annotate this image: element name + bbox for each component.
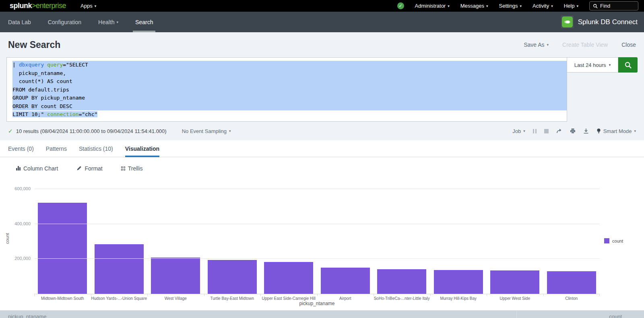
apps-menu-label: Apps: [80, 3, 93, 9]
appbar-item-search[interactable]: Search: [135, 12, 153, 32]
bar-cell: [374, 189, 430, 294]
job-controls: Job ▾ Smart Mode ▾: [512, 128, 636, 134]
run-search-button[interactable]: [618, 57, 638, 73]
page-title: New Search: [8, 39, 60, 50]
statistics-table-header: pickup_ntaname count: [0, 310, 644, 318]
print-button[interactable]: [570, 128, 576, 134]
topbar-right: ✓ Administrator▾Messages▾Settings▾Activi…: [397, 1, 638, 10]
chevron-down-icon: ▾: [551, 4, 553, 8]
create-table-view-button[interactable]: Create Table View: [562, 42, 608, 48]
search-icon: [593, 4, 598, 8]
search-mode-selector[interactable]: Smart Mode ▾: [597, 128, 636, 134]
topbar-menu-help[interactable]: Help▾: [564, 3, 578, 9]
chart-bar-upper-east-side-carnegie-hill[interactable]: [264, 262, 313, 294]
bar-cell: [204, 189, 261, 294]
save-as-button[interactable]: Save As▾: [524, 42, 549, 48]
x-axis-label: Midtown-Midtown South: [34, 294, 91, 301]
health-status-check-icon[interactable]: ✓: [397, 2, 404, 9]
bar-cell: [543, 189, 600, 294]
chevron-down-icon: ▾: [576, 4, 578, 8]
share-button[interactable]: [556, 128, 562, 134]
chevron-down-icon: ▾: [634, 129, 636, 133]
find-search-box[interactable]: [589, 1, 638, 10]
x-axis-label: Clinton: [543, 294, 600, 301]
legend-label: count: [612, 239, 623, 243]
chart-bar-upper-west-side[interactable]: [490, 270, 539, 294]
result-tabs: Events (0)PatternsStatistics (10)Visuali…: [0, 140, 644, 157]
x-axis-labels: Midtown-Midtown SouthHudson Yards-...-Un…: [34, 294, 600, 301]
topbar-menu-messages[interactable]: Messages▾: [460, 3, 488, 9]
job-menu[interactable]: Job ▾: [512, 128, 525, 134]
results-summary: 10 results (08/04/2024 11:00:00.000 to 0…: [16, 128, 167, 134]
chevron-down-icon: ▾: [547, 43, 549, 47]
topbar-menu-administrator[interactable]: Administrator▾: [415, 3, 450, 9]
chart-legend[interactable]: count: [604, 238, 623, 243]
topbar-menu-activity[interactable]: Activity▾: [533, 3, 553, 9]
job-menu-label: Job: [512, 128, 521, 134]
gridline: [34, 189, 600, 189]
chart-bar-airport[interactable]: [321, 268, 370, 294]
x-axis-label: Murray Hill-Kips Bay: [430, 294, 487, 301]
page-header: New Search Save As▾ Create Table View Cl…: [0, 32, 644, 57]
export-button[interactable]: [583, 128, 589, 134]
chevron-down-icon: ▾: [520, 4, 522, 8]
find-input[interactable]: [600, 3, 633, 9]
lightbulb-icon: [597, 128, 601, 134]
y-tick-label: 600,000: [14, 186, 31, 191]
topbar-menu-settings[interactable]: Settings▾: [499, 3, 522, 9]
tab-events-0[interactable]: Events (0): [8, 145, 34, 157]
search-query-input[interactable]: | dbxquery query="SELECT pickup_ntaname,…: [6, 57, 567, 122]
tab-visualization[interactable]: Visualization: [125, 145, 159, 157]
table-column-header[interactable]: count: [516, 310, 644, 318]
tab-statistics-10[interactable]: Statistics (10): [79, 145, 113, 157]
chart-bar-soho-tribeca-nter-little-italy[interactable]: [377, 269, 426, 294]
bar-cell: [91, 189, 148, 294]
chart-bar-hudson-yards-union-square[interactable]: [95, 244, 144, 294]
splunk-logo[interactable]: splunk>enterprise: [10, 2, 66, 10]
chevron-down-icon: ▾: [609, 63, 611, 67]
event-sampling-label: No Event Sampling: [182, 128, 227, 134]
chart-type-picker[interactable]: Column Chart: [16, 165, 58, 172]
x-axis-label: Upper East Side-Carnegie Hill: [260, 294, 317, 301]
chart-bar-clinton[interactable]: [547, 271, 596, 294]
chart-bar-midtown-midtown-south[interactable]: [38, 203, 87, 294]
bar-cell: [34, 189, 91, 294]
plot-area: [34, 189, 600, 294]
time-range-picker[interactable]: Last 24 hours ▾: [567, 57, 618, 73]
trellis-button[interactable]: Trellis: [121, 165, 143, 172]
apps-menu[interactable]: Apps ▾: [80, 3, 96, 9]
gridline: [34, 224, 600, 224]
search-bar: | dbxquery query="SELECT pickup_ntaname,…: [0, 57, 644, 122]
bar-cell: [487, 189, 543, 294]
appbar: Data LabConfigurationHealth▾Search Splun…: [0, 12, 644, 32]
appbar-item-data-lab[interactable]: Data Lab: [8, 12, 31, 32]
pause-button[interactable]: [533, 129, 537, 133]
chevron-down-icon: ▾: [523, 129, 525, 133]
table-column-header[interactable]: pickup_ntaname: [0, 310, 516, 318]
chevron-down-icon: ▾: [95, 4, 97, 8]
appbar-item-configuration[interactable]: Configuration: [48, 12, 81, 32]
close-button[interactable]: Close: [621, 42, 636, 48]
bars-container: [34, 189, 600, 294]
chevron-down-icon: ▾: [117, 20, 119, 24]
db-connect-logo-tile: [561, 16, 574, 28]
app-identity[interactable]: Splunk DB Connect: [561, 16, 638, 28]
x-axis-label: West Village: [147, 294, 204, 301]
stop-button[interactable]: [544, 129, 549, 133]
chevron-down-icon: ▾: [448, 4, 450, 8]
chart-bar-murray-hill-kips-bay[interactable]: [434, 270, 483, 294]
chart-bar-turtle-bay-east-midtown[interactable]: [208, 260, 257, 294]
appbar-nav: Data LabConfigurationHealth▾Search: [8, 12, 170, 32]
appbar-item-health[interactable]: Health▾: [98, 12, 118, 32]
trellis-grid-icon: [121, 166, 125, 170]
app-title: Splunk DB Connect: [578, 18, 638, 26]
time-range-label: Last 24 hours: [574, 62, 606, 68]
x-axis-label: Hudson Yards-...-Union Square: [91, 294, 148, 301]
bar-cell: [430, 189, 487, 294]
format-label: Format: [85, 165, 102, 172]
gridline: [34, 258, 600, 259]
event-sampling-dropdown[interactable]: No Event Sampling ▾: [182, 128, 231, 134]
chart-bar-west-village[interactable]: [151, 258, 200, 294]
tab-patterns[interactable]: Patterns: [46, 145, 67, 157]
format-button[interactable]: Format: [76, 165, 102, 172]
